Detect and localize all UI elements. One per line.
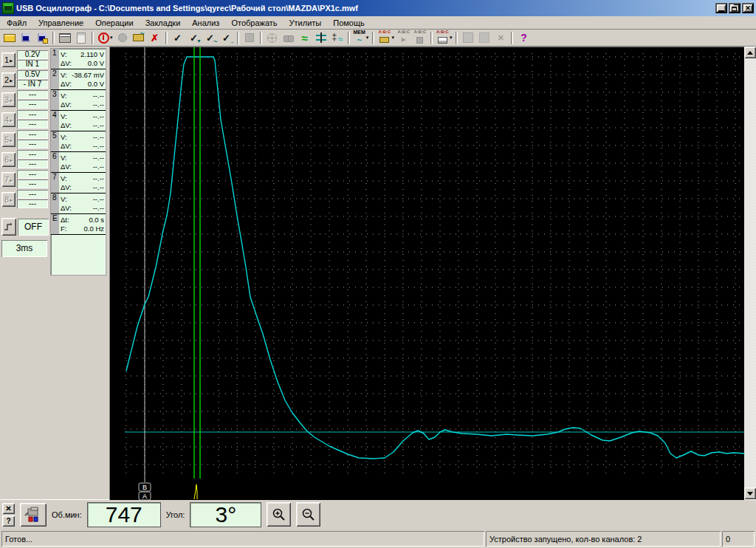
toolbar-separator [260, 32, 262, 44]
close-button[interactable]: ✕ [742, 3, 754, 13]
import-wave-icon [133, 32, 145, 44]
channel-6-range-field[interactable]: --- [17, 150, 48, 159]
channel-4-range-field[interactable]: --- [17, 110, 48, 119]
measurement-label: ΔV: [61, 59, 72, 67]
measurement-label: ΔV: [61, 80, 72, 88]
channel-1-input-field[interactable]: IN 1 [17, 60, 48, 69]
measurement-value: --.-- [93, 142, 104, 150]
delete-wave-button[interactable] [147, 30, 163, 46]
menu-item-7[interactable]: Утилиты [284, 17, 328, 29]
zoom-globe-icon [267, 32, 278, 44]
trigger-mode-field[interactable]: OFF [18, 219, 49, 236]
channel-3-button[interactable]: 3▶ [1, 92, 16, 107]
channel-7-input-field[interactable]: --- [17, 179, 48, 188]
measurement-row-id: 7 [51, 173, 59, 193]
check-down-button[interactable] [186, 30, 202, 46]
delete-wave-icon [149, 32, 161, 44]
panel-close-button[interactable]: ✕ [2, 503, 15, 514]
minimize-icon [718, 10, 724, 12]
channel-6-input-field[interactable]: --- [17, 160, 48, 168]
menu-item-3[interactable]: Операции [89, 17, 139, 29]
channel-8-input-field[interactable]: --- [17, 199, 48, 208]
square-x-icon [495, 32, 506, 44]
channel-8-range-field[interactable]: --- [17, 190, 48, 199]
print-button[interactable] [57, 30, 73, 46]
print-icon [59, 32, 71, 44]
trigger-button[interactable] [1, 218, 16, 236]
channel-5-input-field[interactable]: --- [17, 140, 48, 148]
scroll-up-button[interactable] [744, 47, 756, 58]
open-file-button[interactable] [1, 30, 18, 46]
abc-stop-button: A:B:C [412, 30, 428, 46]
channel-8-button[interactable]: 8▶ [1, 192, 16, 207]
menu-item-4[interactable]: Закладки [140, 17, 187, 29]
channel-5-button[interactable]: 5▶ [1, 132, 16, 147]
menu-item-2[interactable]: Управление [32, 17, 89, 29]
check-next-button[interactable] [219, 30, 235, 46]
channel-2-range-field[interactable]: 0.5V [17, 70, 48, 79]
channel-2-input-field[interactable]: - IN 7 [17, 80, 48, 89]
measurement-panel: 1V:2.110 VΔV:0.0 V2V:-38.67 mVΔV:0.0 V3V… [50, 48, 106, 275]
abc-open-button[interactable]: A:B:C▾ [377, 30, 396, 46]
abc-panel-button[interactable]: A:B:C▾ [435, 30, 454, 46]
fit-wave-button[interactable] [297, 30, 313, 46]
channel-7-button[interactable]: 7▶ [1, 172, 16, 187]
save-file-button[interactable] [18, 30, 34, 46]
zoom-out-button[interactable] [296, 502, 320, 527]
ignition-mode-button[interactable] [20, 503, 47, 527]
channel-1-range-field[interactable]: 0.2V [17, 50, 48, 59]
check-plain-button[interactable] [170, 30, 186, 46]
channel-1-button[interactable]: 1▶ [1, 52, 16, 67]
measurement-line: V:--.-- [61, 195, 104, 203]
check-plain-icon [172, 32, 184, 44]
menu-item-1[interactable]: Файл [1, 17, 32, 29]
record-button [114, 30, 131, 46]
save-all-button[interactable] [34, 30, 50, 46]
measurement-value: --.-- [93, 183, 104, 191]
channel-6-button[interactable]: 6▶ [1, 152, 16, 167]
restore-button[interactable] [729, 3, 740, 13]
measurement-row-5: 5V:--.--ΔV:--.-- [51, 131, 106, 152]
open-file-icon [4, 32, 16, 44]
wave-markers-button[interactable] [329, 30, 346, 46]
channel-3-input-field[interactable]: --- [17, 100, 48, 109]
square-solid-icon [462, 32, 474, 44]
stop-device-button[interactable]: ▾ [96, 30, 114, 46]
menu-item-5[interactable]: Анализ [186, 17, 225, 29]
menu-item-8[interactable]: Помощь [327, 17, 371, 29]
channel-2-button[interactable]: 2▶ [1, 72, 16, 87]
channel-arrow-icon: ▶ [10, 98, 13, 103]
measurement-label: V: [61, 92, 67, 100]
panel-help-button[interactable]: ? [2, 516, 15, 527]
measurement-label: ΔV: [61, 100, 72, 109]
channel-3-range-field[interactable]: --- [17, 90, 48, 99]
stop-device-dropdown-icon: ▾ [110, 35, 113, 41]
channel-7-range-field[interactable]: --- [17, 170, 48, 179]
measurement-value: 0.0 V [88, 59, 104, 67]
channel-row-4: 4▶------ [1, 109, 49, 129]
zoom-in-button[interactable] [267, 502, 291, 527]
angle-display: 3° [190, 502, 261, 527]
measurement-label: V: [61, 133, 67, 141]
help-button[interactable] [515, 30, 532, 46]
timebase-field[interactable]: 3ms [1, 240, 47, 257]
square-x-button [492, 30, 509, 46]
measurement-value: --.-- [93, 112, 104, 120]
minimize-button[interactable] [715, 3, 727, 13]
channel-4-button[interactable]: 4▶ [1, 112, 16, 127]
vertical-scrollbar[interactable] [744, 47, 756, 499]
check-wave-button[interactable] [202, 30, 219, 46]
channel-5-range-field[interactable]: --- [17, 130, 48, 139]
channel-4-input-field[interactable]: --- [17, 120, 48, 129]
mem-button[interactable]: MEM▾ [352, 30, 371, 46]
measurement-value: --.-- [93, 121, 104, 129]
oscilloscope-plot[interactable]: BA [109, 47, 744, 500]
scrollbar-track[interactable] [744, 58, 756, 487]
toolbar-separator [92, 32, 94, 44]
import-wave-button[interactable] [131, 30, 147, 46]
scroll-down-button[interactable] [744, 487, 756, 499]
cursor-lines-button[interactable] [313, 30, 329, 46]
menu-item-6[interactable]: Отображать [225, 17, 283, 29]
measurement-label: V: [61, 112, 67, 120]
channel-row-5: 5▶------ [1, 129, 49, 149]
